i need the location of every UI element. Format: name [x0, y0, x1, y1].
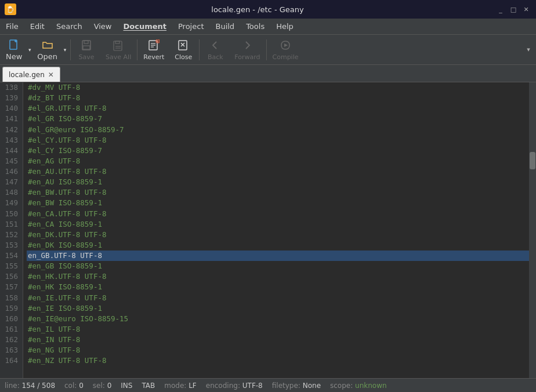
line-number: 139: [2, 93, 19, 103]
line-number: 161: [2, 324, 19, 335]
status-filetype: filetype: None: [272, 382, 321, 390]
line-number: 152: [2, 230, 19, 240]
save-all-button[interactable]: Save All: [101, 37, 136, 63]
code-content[interactable]: #dv_MV UTF-8#dz_BT UTF-8#el_GR.UTF-8 UTF…: [23, 82, 529, 378]
line-number: 154: [2, 251, 19, 261]
tab-locale-gen[interactable]: locale.gen ✕: [2, 67, 60, 82]
mode-label: mode:: [164, 382, 186, 390]
forward-label: Forward: [234, 54, 260, 60]
menu-view[interactable]: View: [88, 19, 118, 34]
status-line: line: 154 / 508: [5, 382, 55, 390]
line-number: 143: [2, 135, 19, 146]
status-encoding: encoding: UTF-8: [206, 382, 263, 390]
open-button[interactable]: Open: [34, 37, 61, 63]
code-line: #en_HK.UTF-8 UTF-8: [27, 271, 529, 282]
titlebar: 🍺 locale.gen - /etc - Geany _ □ ✕: [0, 0, 536, 19]
close-window-button[interactable]: ✕: [521, 4, 531, 14]
code-line: #el_GR.UTF-8 UTF-8: [27, 103, 529, 114]
line-value: 154 / 508: [22, 382, 55, 390]
code-line: #en_CA.UTF-8 UTF-8: [27, 209, 529, 219]
line-number: 156: [2, 271, 19, 282]
line-number: 148: [2, 187, 19, 198]
new-label: New: [6, 52, 22, 61]
back-button[interactable]: Back: [201, 37, 230, 63]
line-number: 162: [2, 335, 19, 345]
line-number: 158: [2, 293, 19, 303]
toolbar-sep-2: [137, 39, 137, 60]
menu-build[interactable]: Build: [209, 19, 240, 34]
line-number: 141: [2, 114, 19, 124]
new-icon: [8, 39, 20, 52]
new-btn-group: New ▾: [2, 37, 34, 63]
code-line: #el_CY ISO-8859-7: [27, 146, 529, 156]
menu-project[interactable]: Project: [172, 19, 209, 34]
encoding-value: UTF-8: [242, 382, 263, 390]
filetype-label: filetype:: [272, 382, 300, 390]
toolbar-end-arrow[interactable]: ▾: [523, 46, 534, 53]
save-button[interactable]: Save: [72, 37, 101, 63]
svg-rect-4: [82, 41, 90, 50]
menu-help[interactable]: Help: [270, 19, 299, 34]
toolbar-open-group: Open ▾: [34, 35, 69, 64]
compile-icon: [280, 39, 291, 53]
code-line: #en_IN UTF-8: [27, 335, 529, 345]
line-number: 163: [2, 345, 19, 355]
menu-tools[interactable]: Tools: [240, 19, 270, 34]
close-label: Close: [175, 54, 192, 60]
tab-close-button[interactable]: ✕: [48, 71, 54, 78]
save-icon: [81, 39, 92, 53]
compile-label: Compile: [273, 54, 299, 60]
new-arrow[interactable]: ▾: [26, 37, 34, 63]
line-number: 142: [2, 125, 19, 135]
code-line: #dz_BT UTF-8: [27, 93, 529, 103]
close-icon: [178, 39, 189, 53]
line-number: 146: [2, 166, 19, 177]
code-line: en_GB.UTF-8 UTF-8: [27, 251, 529, 261]
line-number: 149: [2, 198, 19, 208]
scrollbar-thumb[interactable]: [530, 152, 535, 169]
menu-edit[interactable]: Edit: [24, 19, 50, 34]
line-number: 157: [2, 282, 19, 292]
code-line: #en_BW ISO-8859-1: [27, 198, 529, 208]
line-number: 160: [2, 314, 19, 324]
open-arrow[interactable]: ▾: [61, 37, 69, 63]
status-tab: TAB: [142, 382, 155, 390]
mode-value: LF: [189, 382, 197, 390]
status-scope: scope: unknown: [330, 382, 387, 390]
open-icon: [42, 39, 53, 52]
menu-document[interactable]: Document: [117, 19, 172, 34]
code-line: #en_IE ISO-8859-1: [27, 303, 529, 314]
code-line: #en_IE.UTF-8 UTF-8: [27, 293, 529, 303]
col-label: col:: [64, 382, 77, 390]
scrollbar-track[interactable]: [529, 82, 536, 378]
scrollbar[interactable]: [529, 82, 536, 378]
new-button[interactable]: New: [2, 37, 26, 63]
line-numbers: 1381391401411421431441451461471481491501…: [0, 82, 23, 378]
open-label: Open: [37, 52, 57, 61]
open-btn-group: Open ▾: [34, 37, 69, 63]
line-number: 147: [2, 177, 19, 187]
revert-button[interactable]: Revert: [139, 37, 169, 63]
statusbar: line: 154 / 508 col: 0 sel: 0 INS TAB mo…: [0, 378, 536, 392]
close-button[interactable]: Close: [169, 37, 198, 63]
scope-label: scope:: [330, 382, 353, 390]
tab-value: TAB: [142, 382, 155, 390]
back-icon: [209, 39, 221, 53]
menu-file[interactable]: File: [0, 19, 24, 34]
compile-button[interactable]: Compile: [268, 37, 303, 63]
maximize-button[interactable]: □: [508, 4, 519, 14]
revert-label: Revert: [143, 54, 164, 60]
forward-button[interactable]: Forward: [230, 37, 265, 63]
sel-label: sel:: [93, 382, 105, 390]
encoding-label: encoding:: [206, 382, 240, 390]
line-number: 153: [2, 240, 19, 251]
menu-search[interactable]: Search: [50, 19, 88, 34]
minimize-button[interactable]: _: [495, 4, 506, 14]
line-number: 140: [2, 103, 19, 114]
editor-area: 1381391401411421431441451461471481491501…: [0, 82, 536, 378]
line-number: 145: [2, 156, 19, 166]
col-value: 0: [79, 382, 84, 390]
app-icon: 🍺: [5, 3, 16, 15]
status-sel: sel: 0: [93, 382, 111, 390]
line-number: 151: [2, 219, 19, 230]
